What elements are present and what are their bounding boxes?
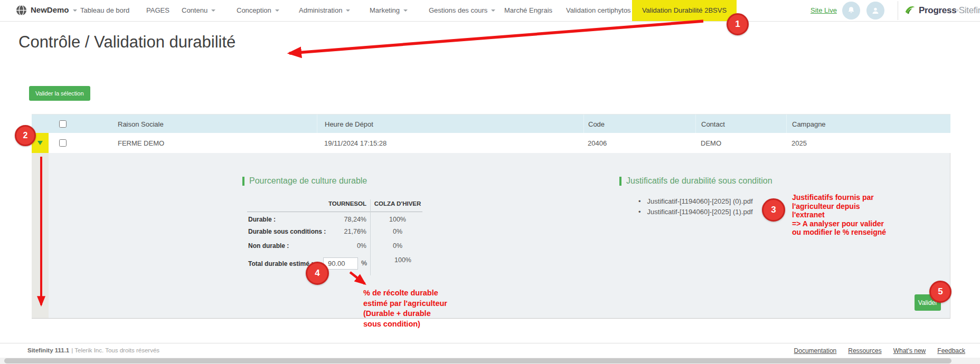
- pct-col-tournesol: TOURNESOL: [247, 200, 366, 207]
- cell-contact: DEMO: [695, 133, 786, 153]
- pct-column-divider: [370, 199, 371, 275]
- validate-selection-button[interactable]: Valider la sélection: [29, 86, 90, 101]
- footer-copyright-text: | Telerik Inc. Tous droits réservés: [71, 347, 159, 353]
- annotation-badge-3: 3: [762, 198, 785, 222]
- heading-accent-bar: [242, 177, 244, 186]
- caret-down-icon: [211, 9, 215, 12]
- nav-item-conception[interactable]: Conception: [237, 0, 279, 21]
- pct-value-tournesol: 21,76%: [328, 228, 366, 235]
- top-navigation: NewDemo Tableau de bord PAGES Contenu Co…: [0, 0, 980, 22]
- nav-item-label: Marketing: [370, 6, 400, 14]
- notifications-button[interactable]: [842, 2, 860, 20]
- nav-item-marketing[interactable]: Marketing: [370, 0, 408, 21]
- user-icon: [871, 6, 880, 15]
- footer-product-version: Sitefinity 111.1: [27, 347, 69, 353]
- pct-heading-label: Pourcentage de culture durable: [249, 176, 367, 186]
- collapse-triangle-icon: [37, 141, 43, 145]
- site-selector[interactable]: NewDemo: [31, 5, 77, 14]
- site-selector-label: NewDemo: [31, 5, 69, 14]
- logo-progress-text: Progress: [919, 5, 956, 16]
- footer-links: Documentation Ressources What's new Feed…: [794, 347, 965, 355]
- percent-sign: %: [361, 260, 367, 267]
- pct-value-tournesol: 78,24%: [328, 216, 366, 223]
- column-header-campagne[interactable]: Campagne: [786, 114, 950, 133]
- justificatifs-heading-label: Justificatifs de durabilité sous conditi…: [626, 176, 772, 186]
- justificatifs-section-heading: Justificatifs de durabilité sous conditi…: [619, 176, 772, 186]
- logo-sitefinity-text: Sitefinity: [959, 5, 980, 16]
- row-checkbox[interactable]: [59, 139, 67, 147]
- nav-item-validation-durabilite-2bsvs[interactable]: Validation Durabilité 2BSVS: [632, 0, 737, 21]
- annotation-badge-2: 2: [15, 125, 36, 146]
- total-durable-input[interactable]: [323, 257, 358, 270]
- horizontal-scrollbar[interactable]: [0, 358, 980, 364]
- pct-table-header: TOURNESOL COLZA D'HIVER: [247, 200, 423, 207]
- total-colza-value: 100%: [377, 256, 429, 264]
- column-header-code[interactable]: Code: [583, 114, 695, 133]
- nav-item-marche-engrais[interactable]: Marché Engrais: [504, 0, 552, 21]
- nav-item-contenu[interactable]: Contenu: [182, 0, 215, 21]
- pct-value-colza: 100%: [372, 216, 423, 223]
- footer-link-ressources[interactable]: Ressources: [848, 347, 881, 355]
- pct-row-non-durable: Non durable : 0% 0%: [248, 242, 423, 250]
- cell-campagne: 2025: [786, 133, 950, 153]
- cell-code: 20406: [583, 133, 695, 153]
- nav-item-validation-certiphytos[interactable]: Validation certiphytos: [566, 0, 631, 21]
- column-header-heure-de-depot[interactable]: Heure de Dépot: [317, 114, 583, 133]
- row-detail-section: Pourcentage de culture durable TOURNESOL…: [32, 153, 950, 319]
- column-header-raison-sociale[interactable]: Raison Sociale: [114, 114, 317, 133]
- footer-link-feedback[interactable]: Feedback: [937, 347, 965, 355]
- table-row: FERME DEMO 19/11/2024 17:15:28 20406 DEM…: [32, 133, 950, 154]
- nav-item-tableau-de-bord[interactable]: Tableau de bord: [80, 0, 129, 21]
- pct-row-label: Non durable :: [248, 242, 328, 250]
- nav-item-label: Gestions des cours: [429, 6, 487, 14]
- expander-column: [32, 153, 49, 319]
- footer-link-whats-new[interactable]: What's new: [893, 347, 926, 355]
- annotation-note-estimation: % de récolte durable estimé par l'agricu…: [363, 288, 447, 329]
- site-live-link[interactable]: Site Live: [811, 0, 837, 21]
- annotation-badge-5: 5: [929, 281, 951, 303]
- pct-value-colza: 0%: [372, 228, 423, 235]
- nav-item-label: Conception: [237, 6, 271, 14]
- heading-accent-bar: [619, 177, 621, 186]
- pct-row-durable-sous-conditions: Durable sous conditions : 21,76% 0%: [248, 228, 423, 235]
- pct-value-tournesol: 0%: [328, 242, 366, 250]
- nav-item-administration[interactable]: Administration: [299, 0, 350, 21]
- annotation-badge-4: 4: [306, 262, 329, 285]
- justificatif-file-list: Justificatif-[1194060]-[2025] (0).pdf Ju…: [638, 196, 753, 217]
- footer-link-documentation[interactable]: Documentation: [794, 347, 837, 355]
- column-header-contact[interactable]: Contact: [695, 114, 786, 133]
- justificatif-file-link[interactable]: Justificatif-[1194060]-[2025] (0).pdf: [638, 196, 753, 207]
- caret-down-icon: [73, 9, 77, 12]
- annotation-arrow-title: [289, 21, 703, 53]
- row-detail-panel: Pourcentage de culture durable TOURNESOL…: [49, 153, 950, 319]
- scrollbar-thumb[interactable]: [4, 358, 951, 363]
- caret-down-icon: [403, 9, 408, 12]
- nav-item-label: Contenu: [182, 6, 208, 14]
- pct-row-label: Durable :: [248, 216, 328, 223]
- profile-button[interactable]: [866, 2, 884, 20]
- select-all-checkbox[interactable]: [59, 120, 67, 128]
- footer-copyright: Sitefinity 111.1| Telerik Inc. Tous droi…: [27, 347, 159, 353]
- justificatif-file-link[interactable]: Justificatif-[1194060]-[2025] (1).pdf: [638, 207, 753, 217]
- cell-raison-sociale: FERME DEMO: [114, 133, 317, 153]
- annotation-badge-1: 1: [727, 13, 749, 35]
- footer: Sitefinity 111.1| Telerik Inc. Tous droi…: [0, 343, 980, 357]
- divider: [898, 1, 898, 20]
- nav-item-gestions-des-cours[interactable]: Gestions des cours: [429, 0, 495, 21]
- caret-down-icon: [346, 9, 350, 12]
- table-header-row: Raison Sociale Heure de Dépot Code Conta…: [32, 114, 950, 133]
- pct-value-colza: 0%: [372, 242, 423, 250]
- pct-header-rule: [247, 212, 422, 212]
- total-durable-label: Total durable estimé :: [248, 260, 313, 267]
- progress-sitefinity-logo[interactable]: Progress®Sitefinity™: [904, 4, 980, 17]
- pct-row-durable: Durable : 78,24% 100%: [248, 216, 423, 223]
- caret-down-icon: [275, 9, 279, 12]
- annotation-note-justificatifs: Justificatifs fournis par l'agriculteur …: [792, 193, 886, 237]
- page-title: Contrôle / Validation durabilité: [18, 33, 235, 52]
- nav-item-label: Administration: [299, 6, 342, 14]
- app-root: NewDemo Tableau de bord PAGES Contenu Co…: [0, 0, 980, 364]
- pct-col-colza: COLZA D'HIVER: [372, 200, 423, 207]
- nav-item-pages[interactable]: PAGES: [146, 0, 169, 21]
- pct-row-label: Durable sous conditions :: [248, 228, 328, 235]
- checkbox-header-cell: [49, 114, 114, 133]
